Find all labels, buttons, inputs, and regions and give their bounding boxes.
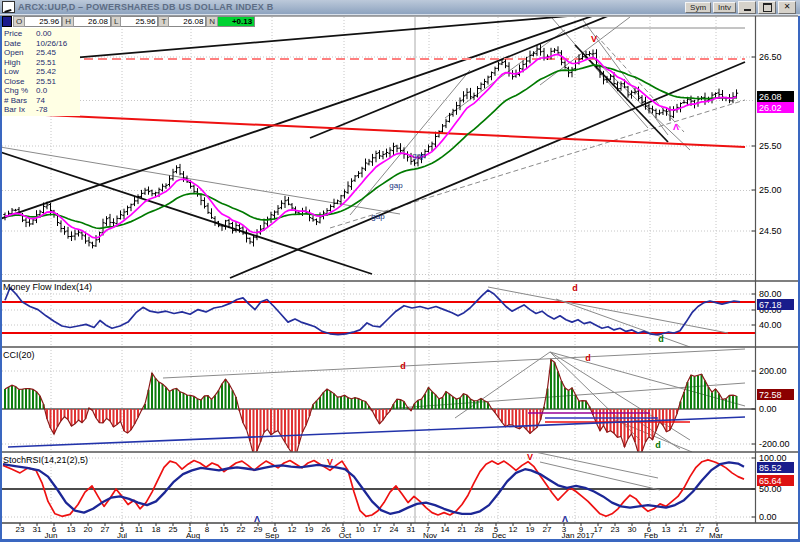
sym-button[interactable]: Sym <box>685 2 711 13</box>
x-axis-month-label: Mar <box>709 531 723 540</box>
info-row: Chg %0.0 <box>4 86 78 96</box>
x-axis-tick-label: 10 <box>356 525 365 534</box>
x-axis-tick-label: 24 <box>390 525 399 534</box>
info-value: 25.42 <box>36 67 56 76</box>
x-axis-tick-label: 19 <box>305 525 314 534</box>
x-axis-tick-label: 23 <box>611 525 620 534</box>
y-axis-label: 24.50 <box>759 226 782 236</box>
info-label: Date <box>4 39 36 49</box>
x-axis-month-label: Sep <box>265 531 280 540</box>
x-axis-tick-label: 21 <box>679 525 688 534</box>
quote-bar: O25.96H26.08L25.96T26.08N+0.13 <box>2 16 255 27</box>
x-axis-tick-label: 14 <box>441 525 450 534</box>
y-axis-label: 80.00 <box>759 289 782 299</box>
y-axis-label: -200.00 <box>759 439 790 449</box>
info-label: Close <box>4 77 36 87</box>
quote-field-label: H <box>62 16 74 27</box>
info-value: -78 <box>36 105 48 114</box>
chart-canvas[interactable]: gapgapgapVΛdddddVVΛΛ26.5025.5025.0024.50… <box>0 0 800 542</box>
info-label: Bar Ix <box>4 105 36 115</box>
info-row: # Bars74 <box>4 96 78 106</box>
marker-d: d <box>400 361 406 371</box>
quote-field-value: +0.13 <box>218 16 255 27</box>
data-info-box: Price0.00Date10/26/16Open25.45High25.51L… <box>2 28 80 116</box>
quote-field-label: O <box>13 16 25 27</box>
x-axis-tick-label: 11 <box>135 525 144 534</box>
y-axis-label: 100.00 <box>759 453 787 463</box>
info-value: 0.0 <box>36 86 47 95</box>
y-axis-label: 0.00 <box>759 404 777 414</box>
marker-d: d <box>572 283 578 293</box>
marker-Λ: Λ <box>673 122 679 132</box>
x-axis-tick-label: 27 <box>543 525 552 534</box>
marker-d: d <box>658 334 664 344</box>
x-axis-month-label: Jan 2017 <box>562 531 595 540</box>
x-axis-tick-label: 20 <box>84 525 93 534</box>
gap-annotation: gap <box>371 212 385 221</box>
intv-button[interactable]: Intv <box>713 2 736 13</box>
info-label: High <box>4 58 36 68</box>
x-axis-month-label: Jun <box>45 531 58 540</box>
y-axis-label: 0.00 <box>759 512 777 522</box>
value-badge-text: 26.08 <box>759 92 782 102</box>
marker-V: V <box>527 452 533 462</box>
quote-field-label: L <box>111 16 121 27</box>
value-badge-text: 65.64 <box>759 476 782 486</box>
info-row: Open25.45 <box>4 48 78 58</box>
gap-annotation: gap <box>412 151 426 160</box>
maximize-button[interactable] <box>758 1 776 14</box>
x-axis-tick-label: 17 <box>373 525 382 534</box>
x-axis-tick-label: 12 <box>509 525 518 534</box>
value-badge-text: 67.18 <box>759 300 782 310</box>
quote-field-label: T <box>158 16 169 27</box>
quote-field-value: 25.96 <box>121 16 158 27</box>
x-axis-tick-label: 31 <box>33 525 42 534</box>
chart-window: ARCX:UUP,D – POWERSHARES DB US DOLLAR IN… <box>0 0 800 542</box>
title-bar[interactable]: ARCX:UUP,D – POWERSHARES DB US DOLLAR IN… <box>0 0 800 14</box>
y-axis-label: 200.00 <box>759 366 787 376</box>
x-axis-tick-label: 19 <box>526 525 535 534</box>
app-chart-icon <box>2 1 15 13</box>
info-row: High25.51 <box>4 58 78 68</box>
x-axis-tick-label: 25 <box>169 525 178 534</box>
y-axis-label: 40.00 <box>759 320 782 330</box>
x-axis-month-label: Dec <box>492 531 506 540</box>
x-axis-month-label: Feb <box>644 531 658 540</box>
x-axis-tick-label: 22 <box>237 525 246 534</box>
x-axis-tick-label: 18 <box>152 525 161 534</box>
y-axis-label: 25.50 <box>759 141 782 151</box>
info-row: Price0.00 <box>4 29 78 39</box>
info-value: 25.51 <box>36 58 56 67</box>
quote-field-value: 26.08 <box>169 16 206 27</box>
titlebar-controls: Sym Intv ✕ <box>685 1 800 14</box>
x-axis-tick-label: 31 <box>407 525 416 534</box>
info-label: Open <box>4 48 36 58</box>
y-axis-label: 26.50 <box>759 52 782 62</box>
info-value: 25.51 <box>36 77 56 86</box>
minimize-button[interactable] <box>738 1 756 14</box>
marker-V: V <box>327 457 333 467</box>
x-axis-tick-label: 27 <box>696 525 705 534</box>
x-axis-tick-label: 13 <box>67 525 76 534</box>
quote-field-value: 26.08 <box>74 16 111 27</box>
panel-title: Money Flow Index(14) <box>3 282 92 292</box>
value-badge-text: 26.02 <box>759 103 782 113</box>
x-axis-month-label: Aug <box>186 531 200 540</box>
x-axis-tick-label: 12 <box>288 525 297 534</box>
x-axis-tick-label: 23 <box>16 525 25 534</box>
info-row: Bar Ix-78 <box>4 105 78 115</box>
close-button[interactable]: ✕ <box>778 1 796 14</box>
x-axis-month-label: Oct <box>339 531 352 540</box>
value-badge-text: 72.58 <box>759 390 782 400</box>
x-axis-month-label: Jul <box>117 531 127 540</box>
info-row: Low25.42 <box>4 67 78 77</box>
x-axis-tick-label: 13 <box>662 525 671 534</box>
x-axis-tick-label: 17 <box>594 525 603 534</box>
info-row: Date10/26/16 <box>4 39 78 49</box>
y-axis-label: 25.00 <box>759 185 782 195</box>
gap-annotation: gap <box>389 181 403 190</box>
info-value: 25.45 <box>36 48 56 57</box>
info-label: Price <box>4 29 36 39</box>
quote-field-label: N <box>206 16 218 27</box>
info-label: # Bars <box>4 96 36 106</box>
